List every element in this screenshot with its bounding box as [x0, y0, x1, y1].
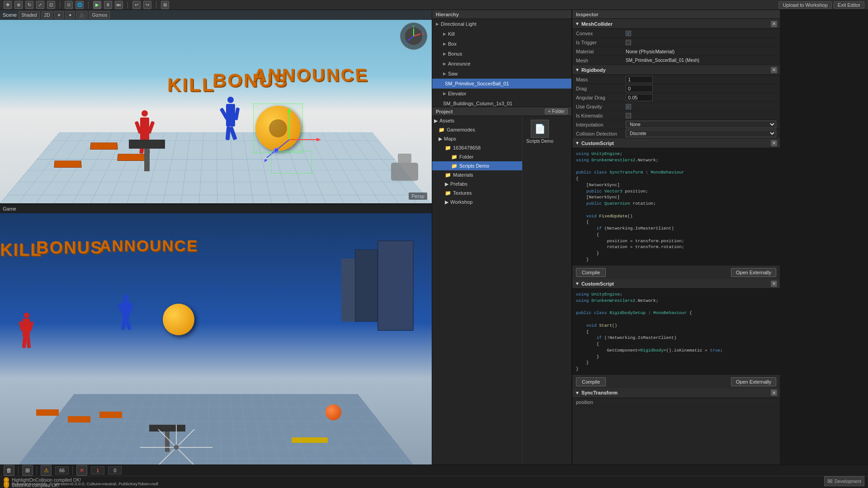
- rotate-icon[interactable]: ↻: [25, 1, 33, 9]
- mesh-collider-header[interactable]: ▼ MeshCollider ✕: [572, 19, 780, 29]
- prop-label: Collision Detection: [576, 131, 626, 136]
- divider: [18, 466, 19, 475]
- scene-viewport[interactable]: Scene Shaded 2D ☀ ✦ 🎥 Gizmos KILL BONUS: [0, 10, 432, 204]
- custom-script-1-close[interactable]: ✕: [771, 140, 777, 146]
- hier-item-box[interactable]: ▶ Box: [432, 39, 571, 49]
- folder-icon: 📁: [451, 154, 458, 160]
- game-tile-3: [99, 412, 122, 418]
- snap-icon[interactable]: ⊞: [161, 1, 169, 9]
- arrow-icon: ▶: [443, 52, 446, 56]
- global-icon[interactable]: 🌐: [75, 1, 84, 9]
- pedestal-base: [129, 140, 165, 149]
- tree-maps[interactable]: ▶ Maps: [432, 134, 522, 143]
- interpolation-select[interactable]: None Interpolate Extrapolate: [626, 121, 776, 128]
- figure-head: [227, 97, 234, 103]
- drag-input[interactable]: [626, 85, 653, 92]
- mesh-collider-close[interactable]: ✕: [771, 21, 777, 27]
- pedestal: [129, 140, 165, 171]
- rigidbody-header[interactable]: ▼ Rigidbody ✕: [572, 65, 780, 75]
- hier-item-elevator[interactable]: ▶ Elevator: [432, 89, 571, 99]
- figure-blue-1: [226, 97, 235, 140]
- use-gravity-check[interactable]: [626, 104, 631, 109]
- pause-icon[interactable]: ⏸: [104, 1, 112, 9]
- open-ext-2-button[interactable]: Open Externally: [731, 377, 776, 386]
- arrow-icon: ▼: [575, 21, 580, 26]
- warn-icon-button[interactable]: ⚠: [41, 465, 52, 476]
- game-tile-2: [68, 416, 90, 422]
- hier-item-col1[interactable]: SM_Buildings_Column_1x3_01: [432, 99, 571, 107]
- collision-detection-select[interactable]: Discrete Continuous Continuous Dynamic: [626, 130, 776, 137]
- compile-1-button[interactable]: Compile: [576, 268, 606, 277]
- hier-item-saw[interactable]: ▶ Saw: [432, 69, 571, 79]
- play-icon[interactable]: ▶: [93, 1, 101, 9]
- shaded-btn[interactable]: Shaded: [19, 11, 39, 19]
- custom-script-2-close[interactable]: ✕: [771, 281, 777, 287]
- custom-script-1-header[interactable]: ▼ CustomScript ✕: [572, 138, 780, 148]
- main-layout: Scene Shaded 2D ☀ ✦ 🎥 Gizmos KILL BONUS: [0, 10, 868, 488]
- grid-button[interactable]: ⊞: [22, 465, 33, 476]
- folder-arrow: ▶: [445, 181, 448, 187]
- add-folder-button[interactable]: + Folder: [545, 108, 568, 114]
- tree-gamemodes[interactable]: 📁 Gamemodes: [432, 125, 522, 134]
- rect-icon[interactable]: ⊡: [47, 1, 55, 9]
- fx-btn[interactable]: ✦: [66, 11, 75, 19]
- status-msg-text: DynamicAssembly_7, Version=0.0.0.0, Cult…: [12, 481, 158, 486]
- hierarchy-title: Hierarchy: [436, 12, 459, 17]
- tree-workshop[interactable]: ▶ Workshop: [432, 197, 522, 206]
- tree-folder[interactable]: 📁 Folder: [432, 152, 522, 161]
- svg-text:X: X: [421, 32, 424, 36]
- prop-check-trigger[interactable]: [626, 40, 631, 45]
- tree-1636[interactable]: 📁 1636478658: [432, 143, 522, 152]
- trash-button[interactable]: 🗑: [4, 465, 14, 476]
- hier-item-bonus[interactable]: ▶ Bonus: [432, 49, 571, 59]
- move-icon[interactable]: ⊕: [14, 1, 23, 9]
- 2d-btn[interactable]: 2D: [42, 11, 53, 19]
- arrow-icon: ▼: [575, 390, 580, 395]
- is-kinematic-check[interactable]: [626, 113, 631, 118]
- sync-transform-header[interactable]: ▼ SyncTransform ✕: [572, 388, 780, 398]
- step-icon[interactable]: ⏭: [115, 1, 123, 9]
- pivot-icon[interactable]: ⊙: [65, 1, 73, 9]
- prop-check-convex[interactable]: [626, 31, 631, 36]
- custom-script-2-header[interactable]: ▼ CustomScript ✕: [572, 279, 780, 289]
- redo-icon[interactable]: ↪: [143, 1, 151, 9]
- custom-script-2-label: CustomScript: [581, 281, 614, 286]
- project-tree: ▶ Assets 📁 Gamemodes ▶ Maps 📁 1636478658: [432, 116, 523, 488]
- tree-scripts-demo[interactable]: 📁 Scripts Demo: [432, 161, 522, 170]
- selection-wire: [271, 151, 312, 174]
- wall-panel2: [341, 258, 355, 322]
- compile-2-button[interactable]: Compile: [576, 377, 606, 386]
- tree-materials[interactable]: 📁 Materials: [432, 170, 522, 179]
- hier-item-kill[interactable]: ▶ Kill: [432, 29, 571, 39]
- prop-angular-drag: Angular Drag: [572, 93, 780, 102]
- open-ext-1-button[interactable]: Open Externally: [731, 268, 776, 277]
- gizmos-btn[interactable]: Gizmos: [89, 11, 110, 19]
- prop-label: Mass: [576, 77, 626, 82]
- undo-icon[interactable]: ↩: [132, 1, 141, 9]
- transform-icon[interactable]: ✥: [4, 1, 12, 9]
- error-icon-button[interactable]: ✕: [76, 465, 87, 476]
- status-msg-3: ! DynamicAssembly_7, Version=0.0.0.0, Cu…: [4, 480, 158, 487]
- custom-script-1-label: CustomScript: [581, 141, 614, 146]
- game-viewport[interactable]: Game: [0, 204, 432, 488]
- tree-assets[interactable]: ▶ Assets: [432, 116, 522, 125]
- soccer-ball-selected[interactable]: [253, 103, 303, 153]
- hier-item-announce[interactable]: ▶ Announce: [432, 59, 571, 69]
- file-scripts-demo[interactable]: 📄 Scripts Demo: [526, 120, 553, 144]
- robot-figure: [377, 154, 432, 199]
- exit-editor-button[interactable]: Exit Editor: [834, 1, 864, 9]
- tree-textures[interactable]: 📁 Textures: [432, 188, 522, 197]
- game-text-bonus: BONUS: [36, 238, 103, 258]
- tree-prefabs[interactable]: ▶ Prefabs: [432, 179, 522, 188]
- lighting-btn[interactable]: ☀: [54, 11, 64, 19]
- scene-cam-btn[interactable]: 🎥: [76, 11, 87, 19]
- upload-workshop-button[interactable]: Upload to Workshop: [778, 1, 831, 9]
- folder-icon: 📁: [439, 127, 445, 133]
- mass-input[interactable]: [626, 76, 653, 83]
- hier-item-soccerball[interactable]: SM_Primitive_SoccerBall_01: [432, 79, 571, 89]
- angular-drag-input[interactable]: [626, 94, 653, 101]
- scale-icon[interactable]: ⤢: [36, 1, 44, 9]
- sync-transform-close[interactable]: ✕: [771, 389, 777, 396]
- hier-item-directional-light[interactable]: ▶ Directional Light: [432, 19, 571, 29]
- rigidbody-close[interactable]: ✕: [771, 67, 777, 73]
